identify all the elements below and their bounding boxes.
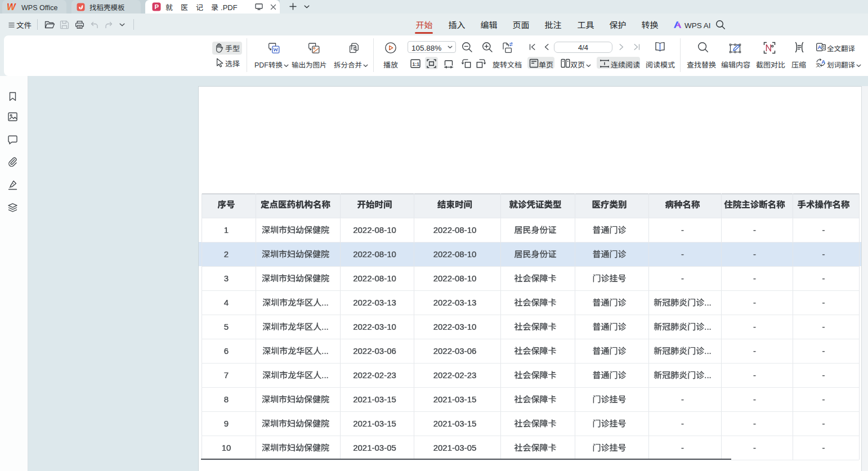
svg-text:A: A <box>818 44 822 50</box>
svg-text:文: 文 <box>816 61 821 68</box>
svg-text:A: A <box>821 59 825 65</box>
svg-text:1:1: 1:1 <box>413 61 420 67</box>
svg-text:W: W <box>7 2 16 11</box>
svg-text:P: P <box>155 3 159 10</box>
